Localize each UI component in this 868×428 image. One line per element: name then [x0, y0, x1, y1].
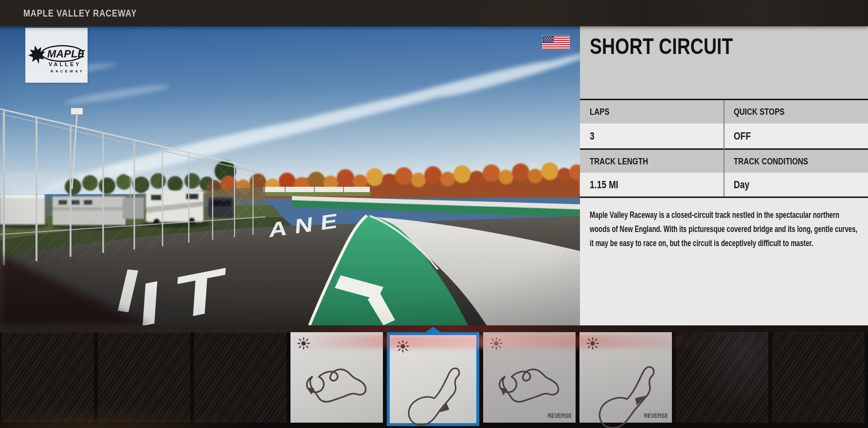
thumbnail-slot-empty-2: [98, 332, 190, 423]
stat-value-quick-stops: OFF: [724, 124, 868, 148]
stat-value-track-length: 1.15 MI: [580, 173, 724, 196]
reverse-badge: REVERSE: [547, 412, 572, 419]
thumbnail-short-circuit-selected[interactable]: [387, 332, 479, 426]
page-title: MAPLE VALLEY RACEWAY: [23, 7, 137, 19]
stat-label-track-length: TRACK LENGTH: [580, 150, 724, 173]
us-flag-icon: [542, 36, 569, 50]
logo-text-valley: VALLEY: [49, 61, 81, 67]
track-preview-photo: IT ANE: [0, 26, 580, 325]
track-map: [394, 347, 472, 428]
thumbnail-slot-empty-3: [194, 332, 287, 423]
thumbnail-full-circuit-reverse[interactable]: REVERSE: [483, 332, 576, 423]
thumbnail-short-circuit-reverse[interactable]: REVERSE: [579, 332, 672, 423]
stat-value-track-conditions: Day: [724, 173, 868, 196]
logo-text-raceway: RACEWAY: [51, 69, 84, 73]
logo-text-maple: MAPLE: [47, 48, 85, 60]
maple-leaf-icon: [26, 44, 47, 66]
track-info-panel: SHORT CIRCUIT LAPS QUICK STOPS 3 OFF TRA…: [580, 26, 868, 325]
stat-value-laps: 3: [580, 124, 724, 148]
table-row: TRACK LENGTH TRACK CONDITIONS: [580, 150, 868, 173]
track-map: [294, 344, 379, 428]
track-logo: MAPLE VALLEY RACEWAY: [25, 28, 88, 83]
stat-label-track-conditions: TRACK CONDITIONS: [724, 150, 868, 173]
track-select-screen: MAPLE VALLEY RACEWAY: [0, 0, 868, 428]
table-row: 3 OFF: [580, 124, 868, 148]
variant-title: SHORT CIRCUIT: [590, 34, 733, 58]
thumbnail-slot-empty-1: [1, 332, 94, 423]
reverse-badge: REVERSE: [644, 412, 668, 419]
stat-label-laps: LAPS: [580, 100, 724, 124]
track-description: Maple Valley Raceway is a closed-circuit…: [580, 198, 868, 325]
layout-thumbnail-strip: REVERSE REVERSE: [0, 332, 868, 428]
panel-header: SHORT CIRCUIT: [580, 26, 868, 99]
thumbnail-slot-empty-4: [676, 332, 768, 423]
thumbnail-full-circuit[interactable]: [290, 332, 383, 423]
top-bar: MAPLE VALLEY RACEWAY: [0, 0, 868, 26]
stat-label-quick-stops: QUICK STOPS: [724, 100, 868, 124]
table-row: LAPS QUICK STOPS: [580, 100, 868, 124]
table-row: 1.15 MI Day: [580, 173, 868, 196]
thumbnail-slot-empty-5: [772, 332, 865, 423]
stats-table: LAPS QUICK STOPS 3 OFF TRACK LENGTH TRAC…: [580, 99, 868, 198]
